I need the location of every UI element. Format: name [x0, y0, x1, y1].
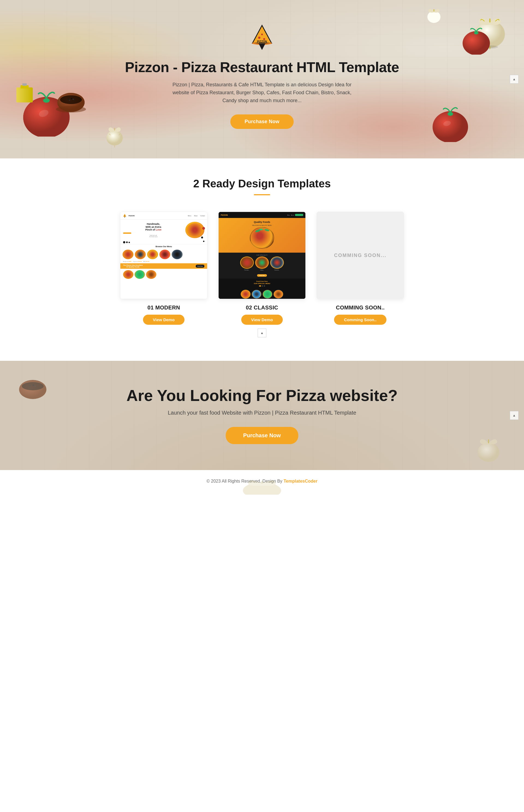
cta-title: Are You Looking For Pizza website? — [126, 387, 398, 404]
tomato-left-deco — [22, 90, 71, 137]
svg-point-23 — [447, 112, 453, 116]
svg-point-10 — [60, 95, 82, 104]
svg-point-30 — [427, 11, 441, 23]
svg-point-3 — [38, 109, 49, 118]
cta-description: Launch your fast food Website with Pizzo… — [168, 410, 357, 416]
templates-section-title: 2 Ready Design Templates — [27, 177, 497, 190]
cta-scroll-button[interactable]: ▲ — [510, 411, 519, 420]
template-preview-coming-soon: COMMING SOON... — [316, 212, 404, 299]
template-card-classic: PIZZON Menu About Quality Foods DELICIOU… — [218, 212, 306, 325]
classic-nav: PIZZON Menu About — [218, 212, 306, 218]
svg-point-27 — [482, 45, 498, 49]
template-name-modern: 01 MODERN — [147, 304, 180, 311]
hero-logo: PIZZON — [248, 24, 276, 52]
templates-scroll-button[interactable]: ▲ — [258, 329, 266, 337]
garlic-mid-deco — [101, 126, 128, 147]
template-card-modern: P PIZZON Menu About Contact Handmade,Wit… — [120, 212, 208, 325]
svg-point-17 — [107, 130, 123, 146]
svg-point-29 — [474, 31, 478, 34]
cta-garlic-deco — [475, 437, 502, 462]
footer: © 2023 All Rights Reserved. Design By Te… — [0, 470, 524, 495]
svg-point-0 — [23, 97, 70, 137]
garlic-small-deco — [426, 8, 442, 23]
template-card-coming-soon: COMMING SOON... COMMING SOON.. Comming S… — [316, 212, 404, 325]
coming-soon-text: COMMING SOON... — [334, 253, 387, 258]
templates-section: 2 Ready Design Templates P PIZZON Men — [0, 158, 524, 361]
svg-point-46 — [478, 443, 500, 462]
svg-rect-6 — [20, 85, 29, 89]
modern-nav: P PIZZON Menu About Contact — [120, 212, 207, 220]
svg-line-19 — [109, 134, 111, 135]
svg-point-44 — [33, 385, 34, 386]
pizzon-logo-svg: PIZZON — [248, 24, 276, 51]
svg-point-8 — [57, 93, 85, 112]
svg-point-22 — [432, 111, 468, 142]
tomato-top-right-deco — [461, 27, 491, 54]
svg-rect-7 — [22, 83, 27, 86]
svg-point-1 — [23, 97, 70, 137]
svg-point-24 — [443, 120, 452, 127]
tomato-right-deco — [431, 107, 470, 142]
svg-point-42 — [22, 382, 44, 390]
garlic-right-deco — [472, 16, 508, 49]
svg-point-11 — [68, 99, 69, 100]
svg-point-9 — [57, 93, 85, 112]
hero-title: Pizzon - Pizza Restaurant HTML Template — [125, 59, 399, 75]
olive-oil-deco — [14, 82, 38, 104]
template-preview-classic[interactable]: PIZZON Menu About Quality Foods DELICIOU… — [218, 212, 306, 299]
svg-point-25 — [475, 20, 505, 48]
hero-description: Pizzon | Pizza, Restaurants & Cafe HTML … — [169, 81, 355, 104]
svg-point-15 — [73, 99, 74, 100]
template-name-coming-soon: COMMING SOON.. — [336, 304, 385, 311]
svg-point-35 — [261, 34, 263, 35]
svg-marker-39 — [124, 217, 125, 218]
section-underline — [254, 194, 270, 195]
coming-soon-button[interactable]: Comming Soon.. — [334, 315, 386, 325]
template-preview-modern[interactable]: P PIZZON Menu About Contact Handmade,Wit… — [120, 212, 208, 299]
classic-preview-content: PIZZON Menu About Quality Foods DELICIOU… — [218, 212, 306, 299]
footer-link[interactable]: TemplatesCoder — [283, 479, 317, 483]
svg-point-45 — [35, 386, 36, 387]
spice-bowl-deco — [54, 87, 87, 115]
cta-purchase-button[interactable]: Purchase Now — [226, 427, 298, 444]
cta-spice-deco — [16, 375, 49, 402]
svg-line-20 — [119, 134, 120, 135]
cta-section: Are You Looking For Pizza website? Launc… — [0, 361, 524, 470]
svg-point-33 — [258, 36, 260, 39]
svg-point-43 — [30, 385, 31, 386]
svg-rect-5 — [16, 87, 33, 102]
svg-point-14 — [69, 100, 70, 101]
templates-grid: P PIZZON Menu About Contact Handmade,Wit… — [27, 212, 497, 325]
hero-section: PIZZON Pizzon - Pizza Restaurant HTML Te… — [0, 0, 524, 158]
svg-marker-36 — [259, 44, 265, 50]
svg-point-28 — [463, 31, 490, 54]
svg-text:P: P — [125, 215, 125, 216]
svg-point-18 — [107, 130, 123, 146]
hero-purchase-button[interactable]: Purchase Now — [230, 114, 294, 129]
hero-scroll-button[interactable]: ▲ — [510, 75, 519, 83]
svg-text:PIZZON: PIZZON — [257, 40, 267, 43]
svg-point-34 — [263, 38, 265, 40]
view-demo-modern-button[interactable]: View Demo — [143, 315, 184, 325]
svg-point-2 — [43, 98, 50, 103]
svg-point-12 — [71, 98, 72, 99]
template-name-classic: 02 CLASSIC — [246, 304, 278, 311]
modern-preview-content: P PIZZON Menu About Contact Handmade,Wit… — [120, 212, 207, 299]
svg-point-16 — [56, 106, 86, 113]
footer-garlic-deco — [240, 480, 284, 495]
view-demo-classic-button[interactable]: View Demo — [241, 315, 283, 325]
svg-rect-4 — [16, 87, 33, 102]
svg-point-13 — [73, 99, 74, 100]
